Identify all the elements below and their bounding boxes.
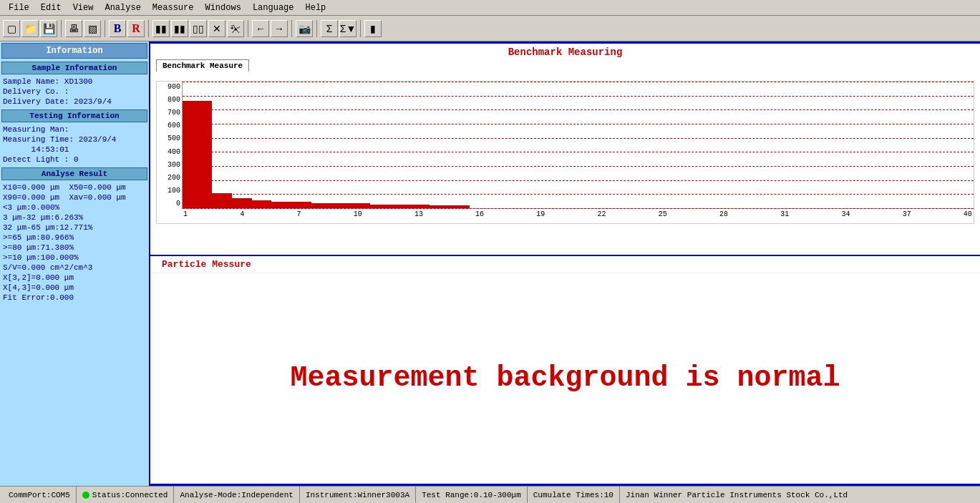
panel-title: Information [1,43,147,59]
r3-32-row: 3 μm-32 μm:6.263% [1,213,147,223]
x90-row: X90=0.000 μm Xav=0.000 μm [1,192,147,202]
x-axis-label: 10 [354,210,362,222]
paste-button[interactable]: ▯▯ [190,20,207,37]
delivery-date-label: Delivery Date: [3,97,69,106]
sv-row: S/V=0.000 cm^2/cm^3 [1,263,147,273]
benchmark-area: Benchmark Measuring Benchmark Measure 90… [150,44,980,256]
chart-grid-line [183,152,974,152]
fit-error-row: Fit Error:0.000 [1,293,147,303]
separator4 [248,20,248,37]
y-axis-label: 100 [168,187,180,195]
r32-65-row: 32 μm-65 μm:12.771% [1,223,147,233]
camera-button[interactable]: 📷 [296,20,313,37]
sample-name-value: XD1300 [64,77,93,86]
print-button[interactable]: 🖶 [65,20,82,37]
y-axis-label: 300 [168,161,180,169]
copy1-button[interactable]: ▮▮ [152,20,170,37]
x-axis-label: 25 [659,210,667,222]
gte65-value: >=65 μm:80.966% [3,233,74,242]
lt3-row: <3 μm:0.000% [1,202,147,213]
benchmark-tab[interactable]: Benchmark Measure [156,59,249,72]
xav-value: Xav=0.000 μm [69,193,125,202]
cumulate-times-label: Cumulate Times:10 [533,491,613,499]
red-button[interactable]: R [127,20,145,37]
toolbar: ▢ 📁 💾 🖶 ▧ B R ▮▮ ▮▮ ▯▯ ✕ ⏧ ← → 📷 Σ Σ▼ ▮ [0,16,980,41]
menu-analyse[interactable]: Analyse [99,1,146,14]
lt3-value: <3 μm:0.000% [3,203,59,212]
analyse-mode-status: Analyse-Mode:Independent [174,487,299,503]
cumulate-times-status: Cumulate Times:10 [528,487,620,503]
particle-title-row: Particle Messure [150,256,980,273]
comm-port-status: CommPort:COM5 [3,487,77,503]
copy2-button[interactable]: ▮▮ [171,20,188,37]
chart-bar [183,101,212,208]
separator6 [316,20,317,37]
delivery-co-row: Delivery Co. : [1,87,147,97]
test-range-label: Test Range:0.10-300μm [422,491,521,499]
instrument-status: Instrument:Winner3003A [300,487,416,503]
company-label: Jinan Winner Particle Instruments Stock … [626,491,848,499]
left-panel: Information Sample Information Sample Na… [0,41,150,486]
particle-area: Measurement background is normal [150,273,980,487]
y-axis-label: 900 [168,83,180,91]
status-label: Status:Connected [92,491,168,499]
sigma-button[interactable]: Σ [321,20,338,37]
x43-value: X[4,3]=0.000 μm [3,283,74,292]
chart-inner [182,82,974,209]
undo-button[interactable]: ⏧ [227,20,244,37]
measuring-time2-row: 14:53:01 [1,145,147,155]
chart-xaxis: 1471013161922252831343740 [182,209,974,223]
x32-row: X[3,2]=0.000 μm [1,273,147,283]
open-button[interactable]: 📁 [21,20,39,37]
x-axis-label: 13 [414,210,423,222]
main-area: Information Sample Information Sample Na… [0,41,980,486]
gte80-value: >=80 μm:71.380% [3,243,74,252]
sample-info-header: Sample Information [1,62,147,74]
sigma2-button[interactable]: Σ▼ [339,20,356,37]
measuring-time-label: Measuring Time: [3,135,74,144]
menu-help[interactable]: Help [300,1,332,14]
chart-grid-line [183,180,974,181]
sv-value: S/V=0.000 cm^2/cm^3 [3,263,92,272]
menu-edit[interactable]: Edit [35,1,67,14]
menu-windows[interactable]: Windows [199,1,246,14]
r3-32-value: 3 μm-32 μm:6.263% [3,213,83,222]
x90-value: X90=0.000 μm [3,193,59,202]
detect-light-value: 0 [74,155,79,164]
chart-grid-line [183,166,974,167]
x-axis-label: 37 [903,210,911,222]
x10-value: X10=0.000 μm [3,183,59,192]
y-axis-label: 0 [176,200,180,207]
delete-button[interactable]: ✕ [208,20,225,37]
back-button[interactable]: ← [252,20,269,37]
menu-language[interactable]: Language [247,1,300,14]
testing-info-header: Testing Information [1,109,147,122]
menu-file[interactable]: File [3,1,35,14]
save-button[interactable]: 💾 [40,20,57,37]
end-button[interactable]: ▮ [364,20,382,37]
gte65-row: >=65 μm:80.966% [1,233,147,243]
menu-meassure[interactable]: Meassure [147,1,200,14]
forward-button[interactable]: → [271,20,288,37]
right-panel: Benchmark Measuring Benchmark Measure 90… [150,41,980,486]
menu-view[interactable]: View [67,1,100,14]
gte10-value: >=10 μm:100.000% [3,253,79,262]
x-axis-label: 4 [240,210,244,222]
separator2 [105,20,105,37]
bold-button[interactable]: B [109,20,126,37]
y-axis-label: 500 [168,135,180,142]
x-axis-label: 22 [598,210,606,222]
chart-grid-line [183,96,974,97]
chart-grid-line [183,82,974,82]
chart-grid-line [183,109,974,110]
r32-65-value: 32 μm-65 μm:12.771% [3,223,92,232]
x-axis-label: 7 [296,210,301,222]
x10-row: X10=0.000 μm X50=0.000 μm [1,182,147,192]
gte10-row: >=10 μm:100.000% [1,253,147,263]
new-button[interactable]: ▢ [3,20,20,37]
y-axis-label: 600 [168,122,180,130]
chart-yaxis: 9008007006005004003002001000 [157,82,182,209]
gte80-row: >=80 μm:71.380% [1,243,147,253]
measuring-man-row: Measuring Man: [1,124,147,135]
print-preview-button[interactable]: ▧ [84,20,101,37]
